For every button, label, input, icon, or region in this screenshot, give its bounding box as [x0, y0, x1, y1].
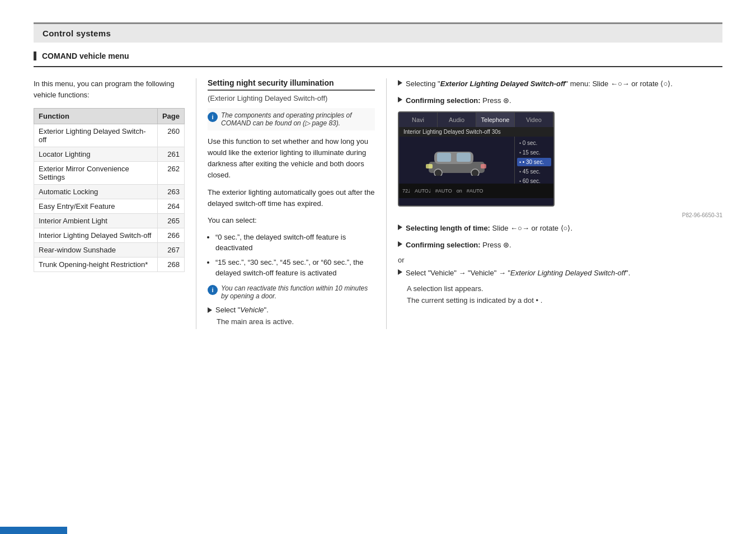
right-step5-text: Select "Vehicle" → "Vehicle" → "Exterior…: [406, 268, 630, 279]
section-heading: Setting night security illumination: [208, 78, 375, 91]
bottom-item-4: on: [457, 188, 462, 194]
table-row: Easy Entry/Exit Feature264: [34, 199, 185, 214]
main-content: In this menu, you can program the follow…: [34, 78, 722, 329]
right-step1-text: Selecting "Exterior Lighting Delayed Swi…: [406, 78, 673, 90]
header-band: Control systems: [34, 22, 722, 43]
table-row: Exterior Lighting Delayed Switch-off260: [34, 124, 185, 147]
you-can-select: You can select:: [208, 215, 375, 226]
function-table: Function Page Exterior Lighting Delayed …: [34, 108, 185, 272]
info-icon-1: i: [208, 112, 218, 122]
car-silhouette: [426, 145, 487, 176]
svg-point-3: [471, 169, 479, 176]
screen-tabs: Navi Audio Telephone Video: [399, 113, 553, 127]
screen-main: 0 sec. 15 sec. • 30 sec. 45 sec. 60 sec.: [399, 137, 553, 184]
right-step-4: Confirming selection: Press ⊛.: [398, 240, 722, 251]
right-step5-arrow-icon: [398, 269, 402, 275]
table-cell-page: 263: [157, 185, 184, 199]
screen-menu-text: Interior Lighting Delayed Switch-off 30s: [403, 129, 501, 135]
table-cell-page: 268: [157, 257, 184, 272]
tab-telephone: Telephone: [476, 113, 515, 127]
screen-car-area: [399, 137, 514, 184]
table-row: Interior Lighting Delayed Switch-off266: [34, 228, 185, 243]
table-cell-function: Exterior Lighting Delayed Switch-off: [34, 124, 158, 147]
or-text: or: [398, 256, 722, 264]
table-cell-function: Exterior Mirror Convenience Settings: [34, 162, 158, 185]
table-row: Locator Lighting261: [34, 147, 185, 162]
svg-rect-6: [426, 164, 433, 168]
table-cell-function: Interior Lighting Delayed Switch-off: [34, 228, 158, 243]
option-30sec: • 30 sec.: [517, 158, 551, 166]
table-cell-page: 266: [157, 228, 184, 243]
middle-column: Setting night security illumination (Ext…: [196, 78, 386, 329]
table-row: Rear-window Sunshade267: [34, 243, 185, 257]
bullet-item-1: “15 sec.”, “30 sec.”, “45 sec.”, or “60 …: [215, 257, 375, 279]
table-cell-function: Interior Ambient Light: [34, 214, 158, 228]
right-step2-arrow-icon: [398, 97, 402, 102]
right-step3-text: Selecting length of time: Slide ←○→ or r…: [406, 223, 572, 234]
info-box-2-text: You can reactivate this function within …: [221, 284, 375, 300]
right-step2-text: Confirming selection: Press ⊛.: [406, 95, 511, 106]
step1-subtext: The main area is active.: [217, 317, 375, 326]
right-step3-arrow-icon: [398, 224, 402, 230]
body-text-1: Use this function to set whether and how…: [208, 136, 375, 181]
bottom-item-1: 72♩: [402, 188, 410, 194]
table-cell-function: Trunk Opening-height Restriction*: [34, 257, 158, 272]
svg-rect-5: [457, 153, 471, 162]
table-row: Exterior Mirror Convenience Settings262: [34, 162, 185, 185]
col-function: Function: [34, 109, 158, 124]
screen-menu-bar: Interior Lighting Delayed Switch-off 30s: [399, 127, 553, 137]
step1-text: Select "Vehicle".: [215, 306, 269, 314]
subsection-title: COMAND vehicle menu: [34, 51, 129, 60]
col-page: Page: [157, 109, 184, 124]
option-60sec: 60 sec.: [517, 177, 551, 185]
table-cell-page: 260: [157, 124, 184, 147]
body-text-2: The exterior lighting automatically goes…: [208, 187, 375, 209]
left-column: In this menu, you can program the follow…: [34, 78, 196, 329]
bottom-item-2: AUTO♩: [415, 188, 431, 194]
right-step4-text: Confirming selection: Press ⊛.: [406, 240, 511, 251]
step5-sub2: The current setting is indicated by a do…: [407, 296, 722, 305]
tab-video: Video: [515, 113, 553, 127]
step-1: Select "Vehicle".: [208, 306, 375, 314]
bottom-item-3: #AUTO: [435, 188, 452, 194]
option-45sec: 45 sec.: [517, 167, 551, 176]
screen-bottom-bar: 72♩ AUTO♩ #AUTO on #AUTO: [399, 184, 553, 198]
table-cell-page: 261: [157, 147, 184, 162]
table-cell-page: 265: [157, 214, 184, 228]
table-row: Trunk Opening-height Restriction*268: [34, 257, 185, 272]
right-step4-arrow-icon: [398, 241, 402, 247]
subtitle-text: (Exterior Lighting Delayed Switch-off): [208, 94, 375, 102]
step1-arrow-icon: [208, 307, 212, 313]
table-row: Automatic Locking263: [34, 185, 185, 199]
info-box-1-text: The components and operating principles …: [221, 111, 375, 127]
function-table-body: Exterior Lighting Delayed Switch-off260L…: [34, 124, 185, 272]
bottom-item-5: #AUTO: [467, 188, 483, 194]
right-step-1: Selecting "Exterior Lighting Delayed Swi…: [398, 78, 722, 90]
bullet-item-0: “0 sec.”, the delayed switch-off feature…: [215, 232, 375, 254]
header-section: Control systems COMAND vehicle menu: [34, 22, 722, 67]
option-0sec: 0 sec.: [517, 139, 551, 147]
table-cell-page: 267: [157, 243, 184, 257]
table-cell-function: Automatic Locking: [34, 185, 158, 199]
right-step-5: Select "Vehicle" → "Vehicle" → "Exterior…: [398, 268, 722, 279]
svg-rect-7: [481, 164, 486, 168]
table-cell-function: Easy Entry/Exit Feature: [34, 199, 158, 214]
option-15sec: 15 sec.: [517, 148, 551, 157]
comand-screen: Navi Audio Telephone Video Interior Ligh…: [398, 111, 555, 207]
right-step-2: Confirming selection: Press ⊛.: [398, 95, 722, 106]
table-header: Function Page: [34, 109, 185, 124]
right-step-3: Selecting length of time: Slide ←○→ or r…: [398, 223, 722, 234]
right-column: Selecting "Exterior Lighting Delayed Swi…: [386, 78, 722, 329]
step5-sub1: A selection list appears.: [407, 284, 722, 293]
table-cell-function: Locator Lighting: [34, 147, 158, 162]
table-cell-page: 262: [157, 162, 184, 185]
svg-rect-4: [437, 153, 451, 162]
screen-ref: P82-96-6650-31: [398, 212, 722, 218]
bullet-list: “0 sec.”, the delayed switch-off feature…: [208, 232, 375, 279]
intro-text: In this menu, you can program the follow…: [34, 78, 185, 100]
table-cell-page: 264: [157, 199, 184, 214]
right-step1-arrow-icon: [398, 80, 402, 86]
page-footer: 260: [0, 527, 67, 534]
page-container: Control systems COMAND vehicle menu In t…: [0, 22, 756, 534]
info-box-2: i You can reactivate this function withi…: [208, 284, 375, 300]
